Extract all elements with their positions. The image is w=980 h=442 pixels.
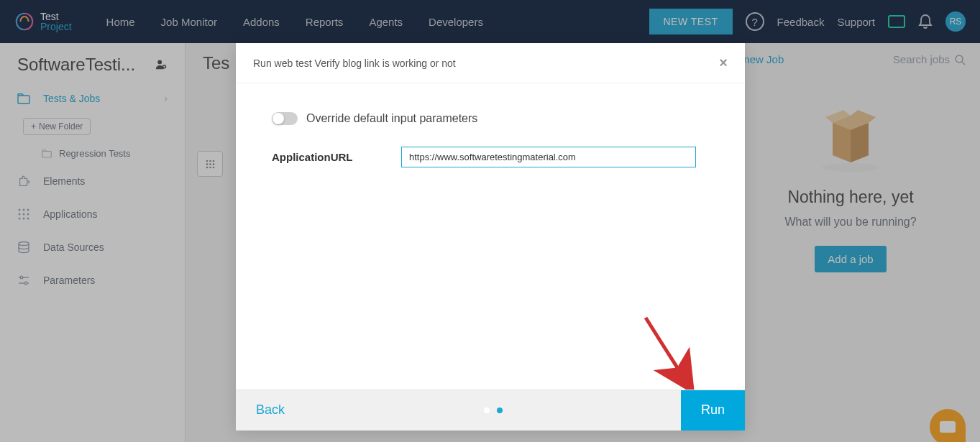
step-dot-1 — [484, 408, 490, 413]
step-dot-2 — [497, 408, 503, 413]
override-toggle-row: Override default input parameters — [272, 112, 709, 125]
close-icon[interactable]: × — [719, 55, 728, 71]
override-toggle[interactable] — [272, 112, 298, 125]
override-toggle-label: Override default input parameters — [306, 112, 477, 125]
modal-title: Run web test Verify blog link is working… — [253, 57, 456, 69]
application-url-input[interactable] — [401, 147, 696, 167]
modal-body: Override default input parameters Applic… — [236, 83, 745, 390]
param-row: ApplicationURL — [272, 147, 709, 167]
modal-footer: Back Run — [236, 390, 745, 430]
run-test-modal: Run web test Verify blog link is working… — [236, 43, 745, 430]
step-indicator — [305, 390, 681, 431]
run-button[interactable]: Run — [681, 390, 745, 431]
param-label: ApplicationURL — [272, 151, 387, 163]
modal-header: Run web test Verify blog link is working… — [236, 43, 745, 83]
back-button[interactable]: Back — [236, 390, 305, 431]
